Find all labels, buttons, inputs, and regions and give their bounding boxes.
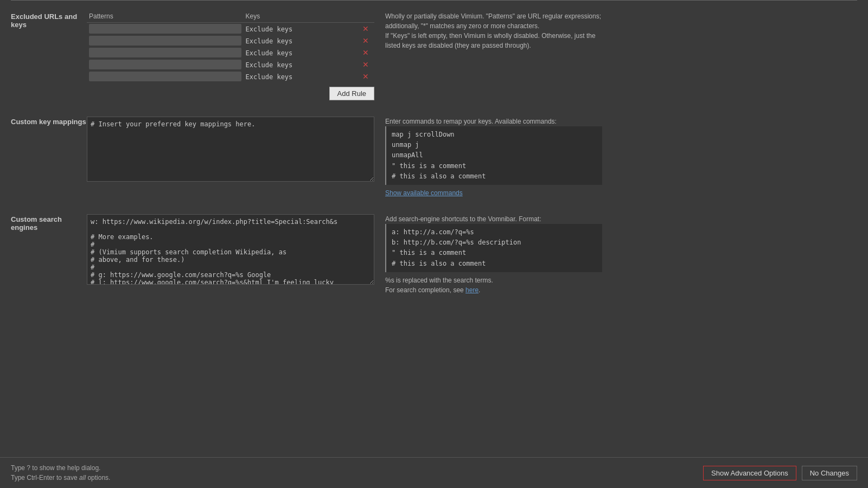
footer: Type ? to show the help dialog. Type Ctr… [0,457,868,488]
keys-text-2: Exclude keys [246,37,293,45]
help-text-line1: Type ? to show the help dialog. [11,463,698,473]
custom-key-mappings-content: # Insert your preferred key mappings her… [87,117,857,198]
patterns-column-header: Patterns [87,11,244,23]
key-mappings-code-block: map j scrollDown unmap j unmapAll " this… [385,126,602,185]
remove-btn-5[interactable]: ✕ [362,73,369,80]
custom-search-engines-textarea[interactable]: w: https://www.wikipedia.org/w/index.php… [87,214,374,285]
custom-key-mappings-desc: Enter commands to remap your keys. Avail… [385,117,602,126]
search-engines-desc-1: Add search-engine shortcuts to the Vomni… [385,214,602,224]
help-text-line2: Type Ctrl-Enter to save all options. [11,473,698,483]
table-row: Exclude keys ✕ [87,59,374,70]
keys-text-5: Exclude keys [246,73,293,81]
code-line-2: unmap j [392,140,597,150]
excluded-urls-label: Excluded URLs and keys [11,11,87,100]
search-code-line-1: a: http://a.com/?q=%s [392,227,597,237]
code-line-4: " this is a comment [392,161,597,171]
code-line-3: unmapAll [392,150,597,160]
custom-search-engines-description: Add search-engine shortcuts to the Vomni… [385,214,602,295]
excluded-urls-table: Patterns Keys Exclude keys ✕ [87,11,374,82]
page-wrapper: Excluded URLs and keys Patterns Keys [0,0,868,488]
excluded-desc-1: Wholly or partially disable Vimium. "Pat… [385,11,602,31]
search-code-line-2: b: http://b.com/?q=%s description [392,237,597,248]
add-rule-button[interactable]: Add Rule [329,87,374,100]
custom-key-mappings-description: Enter commands to remap your keys. Avail… [385,117,602,198]
no-changes-button[interactable]: No Changes [802,466,857,480]
custom-key-mappings-textarea[interactable]: # Insert your preferred key mappings her… [87,117,374,182]
search-engines-desc-3: For search completion, see here. [385,285,602,295]
pattern-blur-5 [89,72,241,81]
keys-text-3: Exclude keys [246,49,293,57]
table-row: Exclude keys ✕ [87,35,374,47]
table-row: Exclude keys ✕ [87,47,374,59]
keys-text-1: Exclude keys [246,25,293,33]
excluded-urls-left: Patterns Keys Exclude keys ✕ [87,11,374,100]
search-engines-desc-2: %s is replaced with the search terms. [385,275,602,285]
custom-search-engines-section: Custom search engines w: https://www.wik… [11,209,857,295]
table-row: Exclude keys ✕ [87,70,374,82]
custom-search-engines-label: Custom search engines [11,214,87,295]
code-line-1: map j scrollDown [392,130,597,140]
search-engines-code-block: a: http://a.com/?q=%s b: http://b.com/?q… [385,224,602,272]
remove-btn-1[interactable]: ✕ [362,25,369,33]
custom-key-mappings-left: # Insert your preferred key mappings her… [87,117,374,198]
show-advanced-button[interactable]: Show Advanced Options [703,466,796,480]
remove-btn-2[interactable]: ✕ [362,37,369,44]
excluded-desc-2: If "Keys" is left empty, then Vimium is … [385,31,602,50]
custom-search-engines-left: w: https://www.wikipedia.org/w/index.php… [87,214,374,295]
excluded-urls-section: Excluded URLs and keys Patterns Keys [11,6,857,100]
table-row: Exclude keys ✕ [87,23,374,35]
remove-btn-3[interactable]: ✕ [362,49,369,56]
excluded-urls-description: Wholly or partially disable Vimium. "Pat… [385,11,602,100]
show-available-commands-link[interactable]: Show available commands [385,189,463,197]
search-code-line-3: " this is a comment [392,248,597,258]
custom-key-mappings-section: Custom key mappings # Insert your prefer… [11,111,857,198]
code-line-5: # this is also a comment [392,171,597,182]
custom-search-engines-content: w: https://www.wikipedia.org/w/index.php… [87,214,857,295]
excluded-urls-content: Patterns Keys Exclude keys ✕ [87,11,857,100]
search-code-line-4: # this is also a comment [392,259,597,269]
footer-text: Type ? to show the help dialog. Type Ctr… [11,463,698,483]
pattern-blur-4 [89,60,241,69]
here-link[interactable]: here [465,286,478,294]
remove-column-header [358,11,375,23]
pattern-blur-3 [89,48,241,57]
settings-area: Excluded URLs and keys Patterns Keys [0,1,868,457]
pattern-blur-2 [89,36,241,46]
custom-key-mappings-label: Custom key mappings [11,117,87,198]
keys-text-4: Exclude keys [246,61,293,69]
keys-column-header: Keys [244,11,358,23]
remove-btn-4[interactable]: ✕ [362,61,369,68]
pattern-blur-1 [89,24,241,34]
